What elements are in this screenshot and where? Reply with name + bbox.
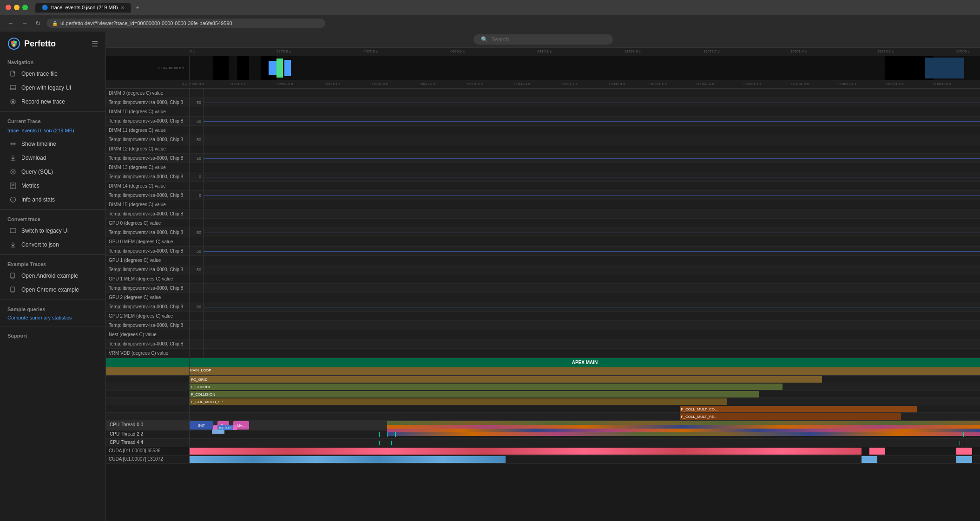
sidebar-item-info-stats[interactable]: i Info and stats: [2, 193, 104, 206]
sample-queries-title: Sample queries: [0, 303, 105, 314]
sidebar-item-open-android[interactable]: Open Android example: [2, 269, 104, 282]
track-canvas: [204, 163, 980, 172]
f-collision-label-col: [106, 391, 190, 397]
sidebar-item-open-chrome[interactable]: Open Chrome example: [2, 283, 104, 296]
overview-ruler-ticks: 0 s 2278.6 s 4557.6 s 6836.3 s 9115.1 s …: [190, 48, 980, 56]
overview-minimap: 0 s 2278.6 s 4557.6 s 6836.3 s 9115.1 s …: [106, 48, 980, 80]
f-source-bar: F_SOURCE: [190, 384, 783, 390]
flame-top-layer: [387, 421, 980, 425]
menu-icon[interactable]: ☰: [92, 39, 98, 48]
dtick-10: +10831.4 s: [648, 82, 667, 86]
query-sql-label: Query (SQL): [21, 169, 53, 175]
track-canvas: [204, 89, 980, 98]
timeline-overview-ruler: 0 s 2278.6 s 4557.6 s 6836.3 s 9115.1 s …: [106, 48, 980, 56]
sidebar-item-convert-json[interactable]: Convert to json: [2, 238, 104, 251]
dtick-13: +13831.4 s: [790, 82, 809, 86]
cuda-row-2: CUDA [0:1.00007] 131072: [106, 456, 980, 464]
minimize-button[interactable]: [14, 5, 20, 10]
sidebar-item-download[interactable]: Download: [2, 151, 104, 164]
main-loop-text: MAIN_LOOP: [190, 368, 211, 372]
f-coll-mult-re-row: F_COLL_MULT_RE...: [106, 413, 980, 420]
track-canvas: [204, 339, 980, 348]
track-line: [204, 270, 980, 270]
track-row: Temp: ibmpowernv-isa-0000, Chip 8: [106, 209, 980, 219]
app-container: Perfetto ☰ Navigation Open trace file Op…: [0, 32, 980, 521]
mini-bar-green-1: [276, 59, 283, 78]
track-canvas: [204, 274, 980, 283]
track-line: [204, 177, 980, 177]
track-row: VRM VDD (degrees C) value: [106, 349, 980, 358]
f-coll-mult-co-canvas: F_COLL_MULT_CO...: [190, 405, 980, 412]
track-label: Temp: ibmpowernv-isa-0000, Chip 8: [106, 172, 190, 181]
sidebar: Perfetto ☰ Navigation Open trace file Op…: [0, 32, 106, 521]
reload-button[interactable]: ↻: [33, 19, 43, 28]
tab-close-button[interactable]: ✕: [121, 5, 125, 10]
info-stats-label: Info and stats: [21, 196, 55, 203]
track-label: Temp: ibmpowernv-isa-0000, Chip 8: [106, 154, 190, 163]
sidebar-item-show-timeline[interactable]: Show timeline: [2, 137, 104, 150]
sidebar-item-open-trace-file[interactable]: Open trace file: [2, 67, 104, 80]
sidebar-item-record-new-trace[interactable]: Record new trace: [2, 95, 104, 108]
search-icon: 🔍: [481, 36, 488, 43]
url-bar[interactable]: 🔒 ui.perfetto.dev/#!viewer?trace_id=0000…: [46, 19, 325, 28]
track-line: [204, 195, 980, 196]
track-value: [190, 144, 204, 153]
thread2-spike-4: [963, 432, 964, 437]
trace-view[interactable]: 0 s 2278.6 s 4557.6 s 6836.3 s 9115.1 s …: [106, 48, 980, 521]
tracks-container[interactable]: DIMM 9 (degrees C) valueTemp: ibmpowernv…: [106, 89, 980, 521]
browser-chrome: 🔵 trace_events.0.json (219 MB) ✕ +: [0, 0, 980, 15]
init-bar: INIT: [190, 421, 213, 430]
track-row: DIMM 12 (degrees C) value: [106, 144, 980, 154]
cpu-thread-2-label: CPU Thread 2 2: [106, 430, 190, 438]
track-canvas: [204, 293, 980, 302]
track-value: [190, 219, 204, 228]
track-row: GPU 0 MEM (degrees C) value: [106, 237, 980, 247]
track-value: 50: [190, 154, 204, 163]
tick-3: 6836.3 s: [450, 49, 465, 53]
lock-icon: 🔒: [52, 21, 58, 26]
mini-bar-blue-2: [284, 60, 291, 77]
track-canvas: [204, 302, 980, 311]
track-line: [204, 233, 980, 233]
dtick-15: +15831.4 s: [885, 82, 904, 86]
new-tab-button[interactable]: +: [133, 4, 142, 11]
search-input[interactable]: 🔍 Search: [474, 34, 613, 45]
active-tab[interactable]: 🔵 trace_events.0.json (219 MB) ✕: [35, 3, 131, 13]
track-value: 50: [190, 265, 204, 274]
apex-main-header: APEX MAIN: [106, 358, 980, 367]
track-line: [204, 307, 980, 307]
main-content: 🔍 Search 0 s 2278.6 s 4557.6 s 6836.3 s …: [106, 32, 980, 521]
track-row: Temp: ibmpowernv-isa-0000, Chip 850: [106, 265, 980, 274]
divider-4: [0, 300, 105, 300]
download-icon: [9, 154, 17, 162]
navigation-section-title: Navigation: [0, 56, 105, 67]
sidebar-item-open-legacy-ui[interactable]: Open with legacy UI: [2, 81, 104, 94]
track-value: 50: [190, 135, 204, 144]
svg-rect-22: [10, 228, 16, 233]
sidebar-item-metrics[interactable]: Metrics: [2, 179, 104, 192]
tick-0: 0 s: [190, 49, 195, 53]
tab-favicon: 🔵: [42, 5, 48, 11]
track-value: [190, 237, 204, 246]
sidebar-item-query-sql[interactable]: Query (SQL): [2, 165, 104, 178]
back-button[interactable]: ←: [6, 19, 16, 28]
dtick-8: +8831.4 s: [561, 82, 577, 86]
cuda-row-1: CUDA [0:1.00000] 65536: [106, 447, 980, 456]
close-button[interactable]: [6, 5, 11, 10]
track-value: 0: [190, 191, 204, 200]
svg-text:i: i: [13, 198, 13, 202]
compute-summary-link[interactable]: Compute summary statistics: [0, 314, 105, 323]
open-chrome-label: Open Chrome example: [21, 287, 79, 293]
track-canvas: [204, 182, 980, 190]
track-label: Temp: ibmpowernv-isa-0000, Chip 8: [106, 265, 190, 274]
track-value: [190, 182, 204, 190]
cpu-thread-0-section: CPU Thread 0 0 INIT C... MA... !SETUP !S…: [106, 420, 980, 430]
track-label: GPU 2 (degrees C) value: [106, 293, 190, 302]
detail-ruler-ticks: +831.4 s +1831.4 s +2831.4 s +3831.4 s +…: [190, 80, 980, 88]
forward-button[interactable]: →: [20, 19, 30, 28]
track-canvas: [204, 312, 980, 320]
maximize-button[interactable]: [22, 5, 28, 10]
sidebar-item-switch-legacy[interactable]: Switch to legacy UI: [2, 224, 104, 237]
track-row: Temp: ibmpowernv-isa-0000, Chip 850: [106, 154, 980, 163]
file-icon: [9, 70, 17, 78]
